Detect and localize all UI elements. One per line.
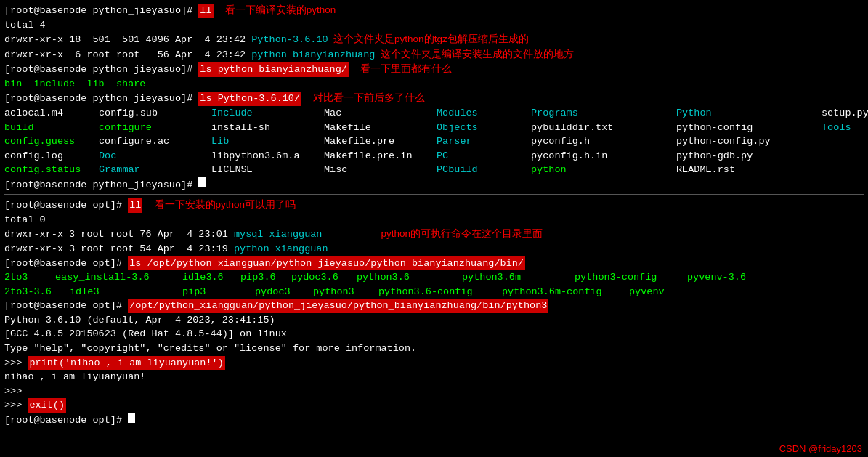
s2-line-15: >>> exit() xyxy=(4,398,864,413)
s2-line-16: [root@basenode opt]# xyxy=(4,413,864,428)
annotation-3: 对比看一下前后多了什么 xyxy=(313,91,425,105)
prompt-2: [root@basenode python_jieyasuo]# xyxy=(4,62,198,77)
cmd-python3-exec: /opt/python_xiangguan/python_jieyasuo/py… xyxy=(128,299,548,313)
cmd-exit: exit() xyxy=(28,398,66,413)
s2-line-7: 2to3-3.6 idle3 pip3 pydoc3 python3 pytho… xyxy=(4,285,864,299)
dir-python-install: python bianyianzhuang xyxy=(251,48,375,62)
prompt-3: [root@basenode python_jieyasuo]# xyxy=(4,92,198,106)
s2-line-6: 2to3 easy_install-3.6 idle3.6 pip3.6 pyd… xyxy=(4,270,864,285)
section-1: [root@basenode python_jieyasuo]# ll 看一下编… xyxy=(4,3,864,192)
line-7: [root@basenode python_jieyasuo]# ls Pyth… xyxy=(4,91,864,106)
annotation-2: 看一下里面都有什么 xyxy=(360,62,452,76)
line-1: [root@basenode python_jieyasuo]# ll 看一下编… xyxy=(4,3,864,18)
s2-line-12: >>> print('nihao , i am liyuanyuan!') xyxy=(4,356,864,371)
s2-line-5: [root@basenode opt]# ls /opt/python_xian… xyxy=(4,256,864,271)
prompt: [root@basenode python_jieyasuo]# xyxy=(4,4,198,18)
cmd-ls-bin: ls /opt/python_xiangguan/python_jieyasuo… xyxy=(128,256,525,271)
line-6: bin include lib share xyxy=(4,77,864,92)
line-2: total 4 xyxy=(4,18,864,33)
cmd-ls-bianyianzhuang: ls python_bianyianzhuang/ xyxy=(198,62,349,77)
file-list-row-2: build configure install-sh Makefile Obje… xyxy=(4,121,864,135)
cmd-ls-python-dir: ls Python-3.6.10/ xyxy=(198,92,301,106)
s2-line-9: Python 3.6.10 (default, Apr 4 2023, 23:4… xyxy=(4,313,864,328)
s2-line-8: [root@basenode opt]# /opt/python_xianggu… xyxy=(4,299,864,313)
s2-line-4: drwxr-xr-x 3 root root 54 Apr 4 23:19 py… xyxy=(4,242,864,256)
terminal: [root@basenode python_jieyasuo]# ll 看一下编… xyxy=(0,0,868,430)
s2-line-3: drwxr-xr-x 3 root root 76 Apr 4 23:01 my… xyxy=(4,227,864,242)
dir-mysql: mysql_xiangguan xyxy=(234,227,323,242)
s2-line-1: [root@basenode opt]# ll 看一下安装的python可以用了… xyxy=(4,198,864,213)
cursor xyxy=(198,177,206,187)
line-5: [root@basenode python_jieyasuo]# ls pyth… xyxy=(4,62,864,77)
s2-line-14: >>> xyxy=(4,384,864,399)
dir-python-source: Python-3.6.10 xyxy=(251,33,328,47)
line-3: drwxr-xr-x 18 501 501 4096 Apr 4 23:42 P… xyxy=(4,32,864,47)
file-list-row-3: config.guess configure.ac Lib Makefile.p… xyxy=(4,134,864,149)
cmd-ll-opt: ll xyxy=(128,198,142,213)
annotation-1: 看一下编译安装的python xyxy=(225,3,336,17)
cmd-ll: ll xyxy=(198,4,213,18)
s2-line-10: [GCC 4.8.5 20150623 (Red Hat 4.8.5-44)] … xyxy=(4,327,864,341)
s2-line-2: total 0 xyxy=(4,213,864,227)
s2-line-11: Type "help", "copyright", "credits" or "… xyxy=(4,341,864,356)
line-last-s1: [root@basenode python_jieyasuo]# xyxy=(4,177,864,193)
annotation-5: python的可执行命令在这个目录里面 xyxy=(381,227,543,241)
section-divider xyxy=(4,194,864,195)
dir-python-xiangguan: python xiangguan xyxy=(234,242,328,256)
file-list-row-4: config.log Doc libpython3.6m.a Makefile.… xyxy=(4,149,864,163)
line-4: drwxr-xr-x 6 root root 56 Apr 4 23:42 py… xyxy=(4,47,864,62)
footer-brand: CSDN @friday1203 xyxy=(779,443,862,454)
s2-line-13: nihao , i am liyuanyuan! xyxy=(4,370,864,384)
cmd-print: print('nihao , i am liyuanyuan!') xyxy=(28,356,224,371)
file-list-row-1: aclocal.m4 config.sub Include Mac Module… xyxy=(4,106,864,121)
annotation-4: 看一下安装的python可以用了吗 xyxy=(155,198,296,212)
file-list-row-5: config.status Grammar LICENSE Misc PCbui… xyxy=(4,163,864,177)
section-2: [root@basenode opt]# ll 看一下安装的python可以用了… xyxy=(4,198,864,427)
cursor-2 xyxy=(128,413,135,423)
